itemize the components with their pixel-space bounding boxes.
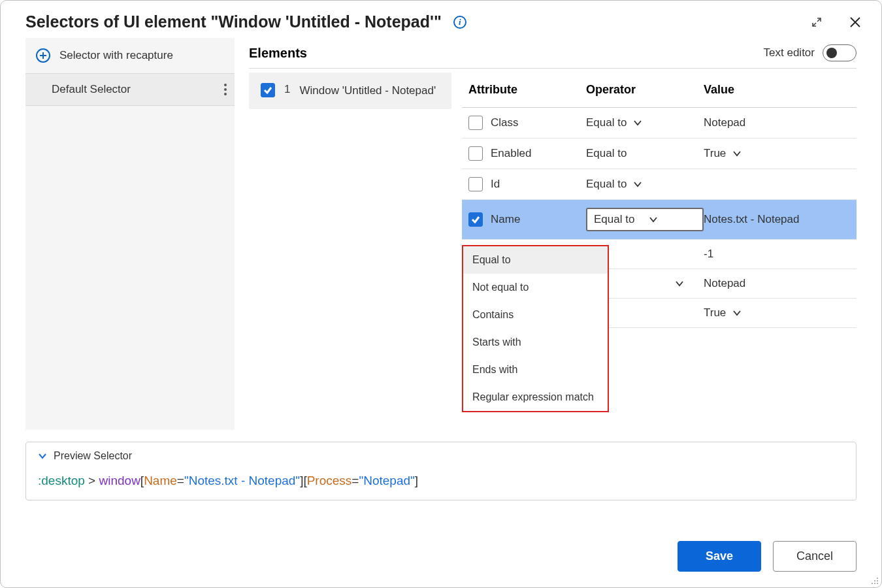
preview-heading: Preview Selector bbox=[54, 450, 132, 462]
dropdown-option[interactable]: Regular expression match bbox=[463, 384, 608, 411]
kebab-icon[interactable] bbox=[224, 84, 227, 95]
dropdown-option[interactable]: Ends with bbox=[463, 356, 608, 384]
svg-point-1 bbox=[874, 580, 875, 581]
attr-value[interactable]: Notes.txt - Notepad bbox=[704, 213, 850, 226]
svg-point-4 bbox=[874, 583, 875, 584]
dropdown-option[interactable]: Contains bbox=[463, 301, 608, 329]
attr-value-select[interactable]: True bbox=[704, 306, 850, 319]
attr-value[interactable]: Notepad bbox=[704, 116, 850, 129]
chevron-down-icon bbox=[633, 118, 642, 127]
chevron-down-icon bbox=[732, 149, 742, 158]
info-icon[interactable]: i bbox=[453, 16, 466, 29]
attr-value[interactable]: Notepad bbox=[704, 277, 850, 290]
selector-sidebar: Selector with recapture Default Selector bbox=[25, 38, 235, 430]
selector-code: :desktop > window[Name="Notes.txt - Note… bbox=[38, 474, 844, 488]
dropdown-option[interactable]: Not equal to bbox=[463, 274, 608, 301]
chevron-down-icon bbox=[38, 451, 47, 461]
save-button[interactable]: Save bbox=[678, 541, 761, 572]
svg-point-3 bbox=[872, 583, 873, 584]
col-attribute: Attribute bbox=[468, 83, 586, 97]
attr-name: Enabled bbox=[491, 147, 531, 160]
operator-select[interactable]: Equal to bbox=[586, 147, 704, 160]
chevron-down-icon bbox=[732, 308, 742, 318]
svg-point-0 bbox=[877, 578, 878, 579]
toggle-knob bbox=[826, 48, 837, 58]
svg-point-5 bbox=[877, 583, 878, 584]
element-item[interactable]: 1 Window 'Untitled - Notepad' bbox=[249, 73, 451, 109]
chevron-down-icon bbox=[649, 215, 658, 224]
attr-row-name[interactable]: Name Equal to Notes.txt - Notepad bbox=[462, 200, 857, 240]
attr-row-enabled[interactable]: Enabled Equal to True bbox=[462, 139, 857, 169]
operator-dropdown-open[interactable]: Equal to bbox=[586, 208, 704, 231]
selectors-dialog: Selectors of UI element "Window 'Untitle… bbox=[0, 0, 882, 588]
text-editor-toggle[interactable] bbox=[823, 44, 857, 61]
text-editor-label: Text editor bbox=[764, 46, 815, 59]
expand-icon[interactable] bbox=[811, 16, 823, 28]
attr-checkbox[interactable] bbox=[468, 212, 483, 227]
dropdown-option[interactable]: Starts with bbox=[463, 329, 608, 356]
cancel-button[interactable]: Cancel bbox=[773, 541, 857, 572]
elements-heading: Elements bbox=[249, 46, 307, 61]
col-value: Value bbox=[704, 83, 850, 97]
attr-value[interactable]: -1 bbox=[704, 248, 850, 261]
titlebar: Selectors of UI element "Window 'Untitle… bbox=[1, 1, 881, 38]
selector-item-default[interactable]: Default Selector bbox=[25, 74, 235, 106]
attr-checkbox[interactable] bbox=[468, 177, 483, 191]
operator-select[interactable]: Equal to bbox=[586, 116, 704, 129]
resize-grip-icon[interactable] bbox=[870, 576, 879, 585]
chevron-down-icon bbox=[675, 279, 684, 288]
selector-item-label: Default Selector bbox=[52, 83, 131, 96]
preview-toggle[interactable]: Preview Selector bbox=[38, 450, 844, 462]
close-icon[interactable] bbox=[849, 16, 862, 29]
chevron-down-icon bbox=[633, 180, 642, 189]
main-panel: Elements Text editor 1 Window 'Untitled … bbox=[249, 38, 857, 430]
dropdown-option[interactable]: Equal to bbox=[463, 246, 608, 274]
operator-dropdown-list: Equal to Not equal to Contains Starts wi… bbox=[462, 245, 609, 412]
selector-with-recapture-button[interactable]: Selector with recapture bbox=[25, 38, 235, 74]
dialog-footer: Save Cancel bbox=[678, 541, 857, 572]
attr-checkbox[interactable] bbox=[468, 146, 483, 161]
attr-name: Id bbox=[491, 178, 500, 191]
attr-name: Class bbox=[491, 116, 519, 129]
svg-point-2 bbox=[877, 580, 878, 581]
plus-circle-icon bbox=[36, 48, 50, 63]
attribute-panel: Attribute Operator Value Class Equal to bbox=[462, 73, 857, 328]
attr-checkbox[interactable] bbox=[468, 116, 483, 130]
attr-value-select[interactable]: True bbox=[704, 147, 850, 160]
element-name: Window 'Untitled - Notepad' bbox=[299, 83, 436, 99]
recapture-label: Selector with recapture bbox=[59, 49, 173, 62]
element-index: 1 bbox=[284, 83, 290, 96]
attr-row-id[interactable]: Id Equal to bbox=[462, 169, 857, 200]
preview-selector-panel: Preview Selector :desktop > window[Name=… bbox=[25, 442, 857, 500]
col-operator: Operator bbox=[586, 83, 704, 97]
attr-row-class[interactable]: Class Equal to Notepad bbox=[462, 108, 857, 139]
operator-select[interactable]: Equal to bbox=[586, 178, 704, 191]
attr-name: Name bbox=[491, 213, 520, 226]
dialog-title: Selectors of UI element "Window 'Untitle… bbox=[25, 12, 442, 31]
element-checkbox[interactable] bbox=[261, 83, 275, 97]
